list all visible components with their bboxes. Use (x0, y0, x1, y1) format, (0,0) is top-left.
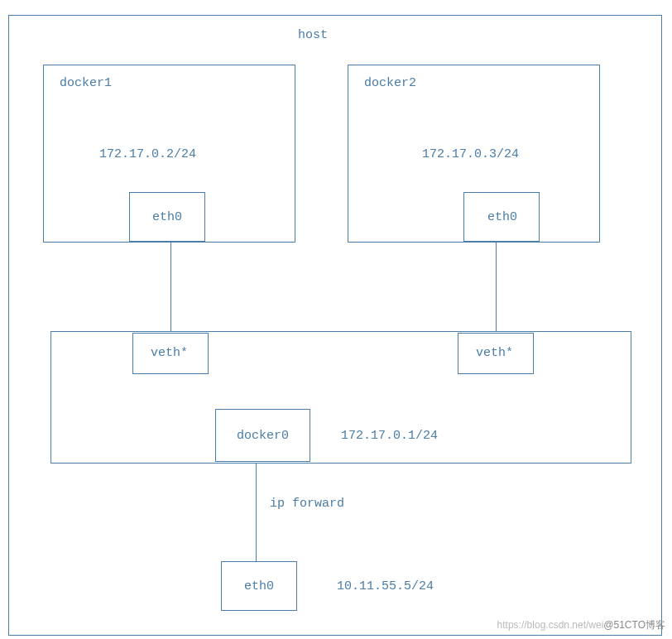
watermark: https://blog.csdn.net/wei@51CTO博客 (497, 618, 665, 632)
line-docker1-veth (170, 243, 171, 332)
docker0-ip: 172.17.0.1/24 (341, 429, 438, 443)
line-docker2-veth (496, 243, 497, 332)
network-diagram: host docker1 172.17.0.2/24 eth0 docker2 … (0, 0, 672, 639)
docker2-eth0-label: eth0 (487, 210, 517, 224)
docker2-name: docker2 (364, 76, 416, 90)
watermark-dark: @51CTO博客 (603, 619, 665, 631)
docker1-name: docker1 (60, 76, 112, 90)
veth2-label: veth* (476, 346, 513, 360)
docker1-eth0-label: eth0 (152, 210, 182, 224)
host-eth0-label: eth0 (244, 579, 274, 593)
docker2-ip: 172.17.0.3/24 (422, 147, 519, 161)
veth1-label: veth* (151, 346, 188, 360)
host-label: host (298, 28, 328, 42)
docker1-ip: 172.17.0.2/24 (99, 147, 196, 161)
ip-forward-label: ip forward (270, 497, 344, 511)
watermark-light: https://blog.csdn.net/wei (497, 619, 604, 631)
host-eth0-ip: 10.11.55.5/24 (337, 579, 434, 593)
docker0-label: docker0 (237, 429, 289, 443)
line-docker0-eth0 (256, 464, 257, 561)
